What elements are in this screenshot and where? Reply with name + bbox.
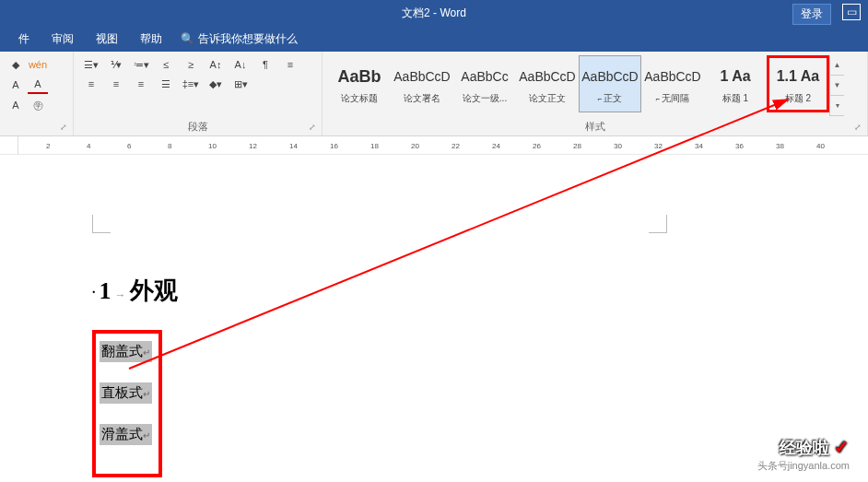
- document-title: 文档2 - Word: [402, 6, 466, 21]
- ruler[interactable]: 246810121416182022242628303234363840: [0, 136, 868, 155]
- page-corner-tl: [92, 215, 111, 233]
- bullets-icon[interactable]: ☰▾: [79, 55, 103, 74]
- align-left-icon[interactable]: ≡: [278, 55, 302, 74]
- list-item[interactable]: 翻盖式↵: [100, 341, 152, 362]
- styles-label: 样式: [328, 120, 862, 135]
- multilevel-list-icon[interactable]: ≔▾: [129, 55, 153, 74]
- tab-help[interactable]: 帮助: [129, 26, 173, 52]
- align-right-icon[interactable]: ≡: [104, 75, 128, 93]
- gallery-up-icon[interactable]: ▲: [830, 55, 844, 76]
- font-group: ◆ wén A A A ㊫ ⤢: [0, 52, 74, 135]
- tab-arrow-icon: →: [115, 288, 126, 301]
- paragraph-group: ☰▾ ⅟▾ ≔▾ ≤ ≥ A↕ A↓ ¶ ≡ ≡ ≡ ≡ ☰ ‡≡▾ ◆▾ ⊞▾…: [74, 52, 323, 135]
- styles-group: AaBb 论文标题 AaBbCcD 论文署名 AaBbCc 论文一级... Aa…: [323, 52, 868, 135]
- tab-file[interactable]: 件: [7, 26, 41, 52]
- page-corner-tr: [649, 215, 667, 233]
- return-icon: ↵: [143, 347, 150, 358]
- list-item[interactable]: 滑盖式↵: [100, 424, 152, 445]
- paragraph-label: 段落: [79, 120, 316, 135]
- login-button[interactable]: 登录: [792, 4, 831, 25]
- style-thesis-level1[interactable]: AaBbCc 论文一级...: [453, 55, 516, 112]
- style-normal[interactable]: AaBbCcD 正文: [579, 55, 641, 112]
- selection-highlight: 翻盖式↵ 直板式↵ 滑盖式↵: [92, 330, 162, 477]
- style-heading2[interactable]: 1.1 Aa 标题 2: [767, 55, 829, 112]
- align-center-icon[interactable]: ≡: [79, 75, 103, 93]
- increase-indent-icon[interactable]: ≥: [179, 55, 203, 74]
- search-placeholder: 告诉我你想要做什么: [198, 31, 298, 47]
- ribbon-display-icon[interactable]: ▭: [842, 4, 861, 20]
- text-direction-icon[interactable]: A↕: [204, 55, 228, 74]
- check-icon: ✓: [834, 437, 850, 457]
- style-thesis-author[interactable]: AaBbCcD 论文署名: [391, 55, 453, 112]
- distributed-icon[interactable]: ☰: [154, 75, 178, 93]
- document-area[interactable]: ·1→外观 翻盖式↵ 直板式↵ 滑盖式↵ 经验啦 ✓ 头条号jingyanla.…: [0, 155, 868, 482]
- title-bar: 文档2 - Word 登录 ▭: [0, 0, 868, 26]
- watermark: 经验啦 ✓ 头条号jingyanla.com: [757, 436, 850, 473]
- horizontal-ruler[interactable]: 246810121416182022242628303234363840: [18, 136, 868, 155]
- ribbon: ◆ wén A A A ㊫ ⤢ ☰▾ ⅟▾ ≔▾ ≤ ≥ A↕ A↓ ¶ ≡ ≡…: [0, 52, 868, 136]
- style-no-spacing[interactable]: AaBbCcD 无间隔: [641, 55, 704, 112]
- menu-bar: 件 审阅 视图 帮助 🔍 告诉我你想要做什么: [0, 26, 868, 52]
- numbering-icon[interactable]: ⅟▾: [104, 55, 128, 74]
- list-item[interactable]: 直板式↵: [100, 382, 152, 404]
- font-color-icon[interactable]: A: [28, 76, 48, 94]
- heading-1[interactable]: ·1→外观: [92, 275, 178, 307]
- return-icon: ↵: [143, 430, 150, 441]
- styles-dialog-launcher-icon[interactable]: ⤢: [854, 123, 865, 134]
- bullet-icon: ·: [92, 286, 96, 300]
- heading-number: 1: [100, 277, 111, 304]
- enclose-char-icon[interactable]: ㊫: [28, 96, 48, 114]
- search-icon: 🔍: [181, 32, 194, 45]
- sort-icon[interactable]: A↓: [229, 55, 252, 74]
- char-border-icon[interactable]: A: [6, 76, 26, 94]
- clear-format-icon[interactable]: ◆: [6, 55, 26, 74]
- return-icon: ↵: [143, 389, 150, 399]
- gallery-more-icon[interactable]: ▾: [830, 96, 844, 116]
- tab-view[interactable]: 视图: [85, 26, 129, 52]
- decrease-indent-icon[interactable]: ≤: [154, 55, 178, 74]
- shading-icon[interactable]: ◆▾: [204, 75, 228, 93]
- show-marks-icon[interactable]: ¶: [253, 55, 277, 74]
- phonetic-guide-icon[interactable]: wén: [28, 55, 48, 74]
- char-shading-icon[interactable]: A: [6, 96, 26, 114]
- style-thesis-body[interactable]: AaBbCcD 论文正文: [516, 55, 579, 112]
- vertical-ruler-corner: [0, 136, 18, 155]
- justify-icon[interactable]: ≡: [129, 75, 153, 93]
- tell-me-search[interactable]: 🔍 告诉我你想要做什么: [181, 31, 298, 47]
- style-thesis-title[interactable]: AaBb 论文标题: [328, 55, 391, 112]
- borders-icon[interactable]: ⊞▾: [229, 75, 252, 93]
- gallery-scroll: ▲ ▼ ▾: [829, 55, 844, 116]
- line-spacing-icon[interactable]: ‡≡▾: [179, 75, 203, 93]
- heading-text: 外观: [130, 277, 178, 304]
- style-heading1[interactable]: 1 Aa 标题 1: [704, 55, 767, 112]
- paragraph-dialog-launcher-icon[interactable]: ⤢: [309, 123, 320, 134]
- style-gallery: AaBb 论文标题 AaBbCcD 论文署名 AaBbCc 论文一级... Aa…: [328, 55, 862, 116]
- gallery-down-icon[interactable]: ▼: [830, 76, 844, 96]
- font-dialog-launcher-icon[interactable]: ⤢: [60, 123, 71, 134]
- tab-review[interactable]: 审阅: [41, 26, 85, 52]
